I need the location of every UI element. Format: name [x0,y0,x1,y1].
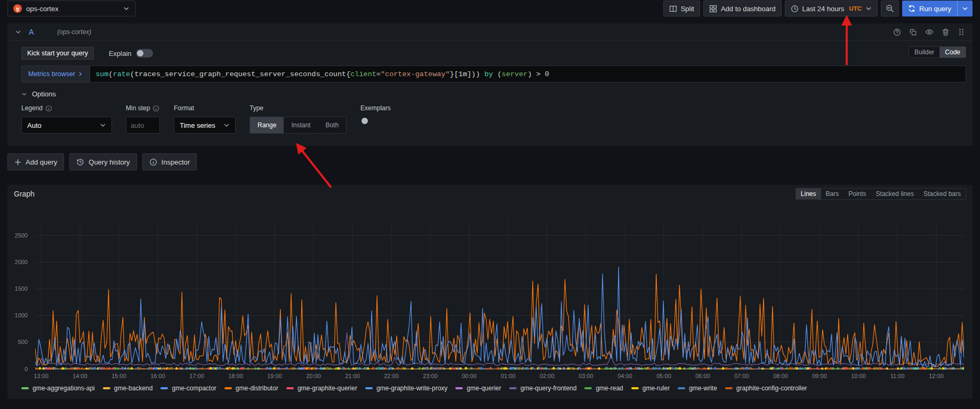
legend-swatch [455,387,463,389]
legend-item[interactable]: gme-read [584,385,623,392]
x-axis-tick: 14:00 [68,373,92,379]
drag-handle-icon[interactable] [958,28,965,36]
graph-style-stacked-bars[interactable]: Stacked bars [919,189,966,199]
utc-timezone: UTC [849,5,862,12]
query-history-button[interactable]: Query history [69,153,136,170]
add-to-dashboard-button[interactable]: Add to dashboard [703,1,782,17]
legend-item[interactable]: graphite-config-controller [725,385,807,392]
chevron-down-icon [865,5,872,12]
builder-mode-option[interactable]: Builder [909,47,939,58]
legend-label: gme-read [596,385,623,392]
datasource-picker[interactable]: ops-cortex [7,1,135,17]
graph-style-lines[interactable]: Lines [796,189,821,199]
duplicate-query-icon[interactable] [909,28,917,36]
legend-item[interactable]: gme-graphite-write-proxy [365,385,447,392]
toggle-visibility-icon[interactable] [925,28,934,36]
y-axis-tick: 0 [25,366,28,372]
graph-style-stacked-lines[interactable]: Stacked lines [871,189,919,199]
legend-item[interactable]: gme-compactor [160,385,216,392]
expr-token: [1m] [454,70,471,78]
legend-item[interactable]: gme-query-frontend [509,385,576,392]
graph-style-points[interactable]: Points [844,189,871,199]
min-step-input[interactable] [126,117,160,134]
type-instant-option[interactable]: Instant [284,117,318,133]
legend-item[interactable]: gme-graphite-querier [286,385,357,392]
expr-token: by [484,70,493,78]
legend-select[interactable]: Auto [21,117,112,134]
graph-style-tabs: LinesBarsPointsStacked linesStacked bars [796,188,966,200]
query-editor-row: A (ops-cortex) Kick start your query Exp… [7,23,973,146]
sync-icon [908,5,915,12]
legend-label: gme-query-frontend [520,385,576,392]
split-icon [669,5,677,13]
legend-item[interactable]: gme-backend [103,385,153,392]
x-axis: 13:0014:0015:0016:0017:0018:0019:0020:00… [35,373,964,380]
x-axis-tick: 03:00 [574,373,598,379]
query-ref-id[interactable]: A [29,28,34,36]
format-label: Format [174,104,194,112]
explain-toggle[interactable] [136,49,153,58]
y-axis-tick: 1500 [15,285,28,292]
chevron-down-icon [223,122,230,128]
legend-swatch [160,387,168,389]
x-axis-tick: 05:00 [652,373,676,379]
options-title: Options [32,90,56,98]
split-button[interactable]: Split [663,1,700,17]
type-both-option[interactable]: Both [318,117,346,133]
inspector-button[interactable]: Inspector [142,153,197,170]
expr-token: ( [109,70,113,78]
legend-item[interactable]: gme-aggregations-api [21,385,95,392]
run-query-label: Run query [919,5,951,13]
x-axis-tick: 16:00 [146,373,170,379]
add-query-button[interactable]: Add query [7,153,64,170]
collapse-chevron-icon[interactable] [15,29,21,35]
graph-panel: Graph LinesBarsPointsStacked linesStacke… [7,185,973,399]
graph-style-bars[interactable]: Bars [821,189,844,199]
time-range-picker[interactable]: Last 24 hours UTC [785,1,878,17]
type-label: Type [250,104,263,112]
help-icon[interactable] [893,28,901,36]
editor-mode-switch: Builder Code [909,46,966,58]
add-query-label: Add query [26,158,57,166]
explain-label: Explain [109,50,132,58]
metrics-browser-button[interactable]: Metrics browser [21,66,90,83]
code-mode-option[interactable]: Code [939,47,966,58]
query-datasource-hint: (ops-cortex) [57,28,91,36]
explore-actions: Add query Query history Inspector [7,153,197,170]
legend-label: gme-graphite-write-proxy [376,385,447,392]
expr-token [480,70,484,78]
legend-item[interactable]: gme-ruler [631,385,670,392]
format-select[interactable]: Time series [174,117,236,134]
annotation-arrow [301,150,331,187]
legend-swatch [21,387,29,389]
expr-token: } [450,70,454,78]
kick-start-query-button[interactable]: Kick start your query [21,47,94,60]
run-query-dropdown[interactable] [958,1,973,17]
legend-label: gme-compactor [172,385,216,392]
expr-token: ( [493,70,502,78]
query-editor-body: Kick start your query Explain Builder Co… [7,41,973,134]
time-series-plot[interactable] [35,221,964,370]
clock-icon [791,5,799,13]
x-axis-tick: 13:00 [29,373,53,379]
legend-item[interactable]: gme-write [678,385,717,392]
x-axis-tick: 20:00 [302,373,325,379]
type-range-option[interactable]: Range [250,117,284,133]
x-axis-tick: 00:00 [457,373,481,379]
legend-label: gme-distributor [236,385,278,392]
remove-query-icon[interactable] [942,28,950,36]
y-axis-tick: 500 [18,339,28,345]
legend-label: gme-aggregations-api [33,385,95,392]
promql-expression-input[interactable]: sum(rate(traces_service_graph_request_se… [90,66,966,83]
legend-item[interactable]: gme-distributor [224,385,278,392]
run-query-button[interactable]: Run query [902,1,973,17]
legend-label: graphite-config-controller [736,385,807,392]
graph-title: Graph [14,190,35,198]
zoom-out-button[interactable] [881,1,899,17]
legend-swatch [725,387,733,389]
legend-swatch [224,387,232,389]
options-section-toggle[interactable]: Options [21,90,966,98]
expr-token: server [502,70,528,78]
legend-item[interactable]: gme-querier [455,385,501,392]
time-range-label: Last 24 hours [802,5,845,13]
